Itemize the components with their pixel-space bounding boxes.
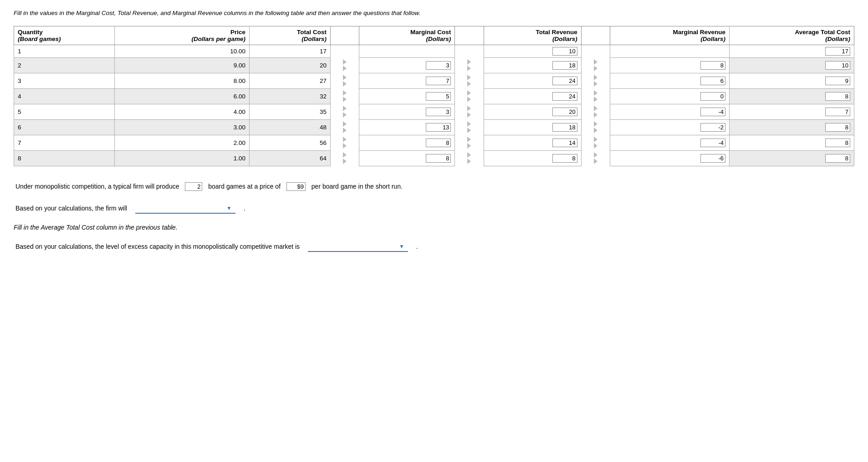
- cell-mc-2[interactable]: [359, 57, 455, 73]
- q3-dropdown-wrapper[interactable]: 1 2 3 4 ▼: [308, 242, 408, 252]
- cell-tr-2[interactable]: [484, 57, 581, 73]
- input-tr-5[interactable]: [552, 108, 577, 116]
- arrow-tr-mr-5: [581, 104, 610, 119]
- cell-atc-1[interactable]: [730, 45, 854, 57]
- cell-mc-4[interactable]: [359, 88, 455, 104]
- q1-qty-input[interactable]: [185, 182, 202, 191]
- cell-qty-5: 5: [14, 104, 115, 119]
- col-header-price: Price (Dollars per game): [114, 26, 250, 45]
- input-mc-4[interactable]: [426, 92, 451, 101]
- q3-suffix: .: [416, 243, 418, 250]
- cell-mr-7[interactable]: [610, 135, 729, 150]
- q1-suffix: per board game in the short run.: [311, 183, 403, 190]
- question3: Based on your calculations, the level of…: [14, 240, 854, 253]
- cell-mr-6[interactable]: [610, 119, 729, 135]
- input-tr-4[interactable]: [552, 92, 577, 101]
- cell-mr-1: [610, 45, 729, 57]
- input-atc-1[interactable]: [825, 47, 850, 56]
- input-mr-4[interactable]: [700, 92, 725, 101]
- input-mr-2[interactable]: [700, 61, 725, 70]
- cell-atc-6[interactable]: [730, 119, 854, 135]
- col-header-marginal-revenue: Marginal Revenue (Dollars): [610, 26, 729, 45]
- cell-tc-3: 27: [250, 73, 331, 88]
- cell-qty-6: 6: [14, 119, 115, 135]
- cell-mr-4[interactable]: [610, 88, 729, 104]
- cell-atc-2[interactable]: [730, 57, 854, 73]
- input-mr-7[interactable]: [700, 139, 725, 147]
- cell-mc-7[interactable]: [359, 135, 455, 150]
- instructions: Fill in the values in the Marginal Cost,…: [14, 9, 854, 18]
- input-tr-8[interactable]: [552, 154, 577, 163]
- input-mc-6[interactable]: [426, 123, 451, 132]
- col-header-avg-total-cost: Average Total Cost (Dollars): [730, 26, 854, 45]
- arrow-tr-mr-1: [581, 45, 610, 57]
- cell-atc-3[interactable]: [730, 73, 854, 88]
- input-atc-5[interactable]: [825, 108, 850, 116]
- cell-atc-5[interactable]: [730, 104, 854, 119]
- cell-atc-4[interactable]: [730, 88, 854, 104]
- arrow-tc-mc-8: [331, 150, 359, 166]
- input-mr-8[interactable]: [700, 154, 725, 163]
- arrow-tr-mr-6: [581, 119, 610, 135]
- input-tr-1[interactable]: [552, 47, 577, 56]
- cell-mc-8[interactable]: [359, 150, 455, 166]
- cell-price-4: 6.00: [114, 88, 250, 104]
- input-tr-2[interactable]: [552, 61, 577, 70]
- arrow-spacer-3: [581, 26, 610, 45]
- cell-price-6: 3.00: [114, 119, 250, 135]
- cell-tr-3[interactable]: [484, 73, 581, 88]
- arrow-mc-tr-6: [455, 119, 484, 135]
- input-tr-7[interactable]: [552, 139, 577, 147]
- cell-tr-1[interactable]: [484, 45, 581, 57]
- input-mc-2[interactable]: [426, 61, 451, 70]
- arrow-mc-tr-4: [455, 88, 484, 104]
- input-tr-3[interactable]: [552, 77, 577, 85]
- input-mr-6[interactable]: [700, 123, 725, 132]
- input-atc-6[interactable]: [825, 123, 850, 132]
- cell-price-2: 9.00: [114, 57, 250, 73]
- cell-mr-2[interactable]: [610, 57, 729, 73]
- arrow-tc-mc-7: [331, 135, 359, 150]
- input-atc-8[interactable]: [825, 154, 850, 163]
- cell-qty-8: 8: [14, 150, 115, 166]
- input-atc-7[interactable]: [825, 139, 850, 147]
- input-mc-7[interactable]: [426, 139, 451, 147]
- cell-price-5: 4.00: [114, 104, 250, 119]
- cell-atc-8[interactable]: [730, 150, 854, 166]
- cell-mc-5[interactable]: [359, 104, 455, 119]
- col-header-quantity: Quantity (Board games): [14, 26, 115, 45]
- cell-mc-3[interactable]: [359, 73, 455, 88]
- cell-tc-4: 32: [250, 88, 331, 104]
- input-atc-3[interactable]: [825, 77, 850, 85]
- q1-prefix: Under monopolistic competition, a typica…: [15, 183, 179, 190]
- question1: Under monopolistic competition, a typica…: [14, 180, 854, 193]
- cell-tr-7[interactable]: [484, 135, 581, 150]
- input-mc-8[interactable]: [426, 154, 451, 163]
- cell-tr-6[interactable]: [484, 119, 581, 135]
- cell-tc-7: 56: [250, 135, 331, 150]
- cell-tr-4[interactable]: [484, 88, 581, 104]
- input-atc-2[interactable]: [825, 61, 850, 70]
- q2-dropdown-wrapper[interactable]: earn a profit break even incur a loss ▼: [135, 204, 235, 214]
- q3-dropdown[interactable]: 1 2 3 4: [308, 242, 408, 251]
- cell-mr-3[interactable]: [610, 73, 729, 88]
- cell-tr-8[interactable]: [484, 150, 581, 166]
- input-mr-3[interactable]: [700, 77, 725, 85]
- q2-dropdown[interactable]: earn a profit break even incur a loss: [135, 204, 235, 213]
- arrow-spacer-2: [455, 26, 484, 45]
- cell-tr-5[interactable]: [484, 104, 581, 119]
- arrow-mc-tr-5: [455, 104, 484, 119]
- q1-price-input[interactable]: [286, 182, 306, 191]
- input-atc-4[interactable]: [825, 92, 850, 101]
- arrow-tc-mc-6: [331, 119, 359, 135]
- input-mc-3[interactable]: [426, 77, 451, 85]
- cell-mr-8[interactable]: [610, 150, 729, 166]
- cell-mr-5[interactable]: [610, 104, 729, 119]
- input-mr-5[interactable]: [700, 108, 725, 116]
- q1-middle: board games at a price of: [208, 183, 281, 190]
- input-tr-6[interactable]: [552, 123, 577, 132]
- input-mc-5[interactable]: [426, 108, 451, 116]
- cell-tc-2: 20: [250, 57, 331, 73]
- cell-atc-7[interactable]: [730, 135, 854, 150]
- cell-mc-6[interactable]: [359, 119, 455, 135]
